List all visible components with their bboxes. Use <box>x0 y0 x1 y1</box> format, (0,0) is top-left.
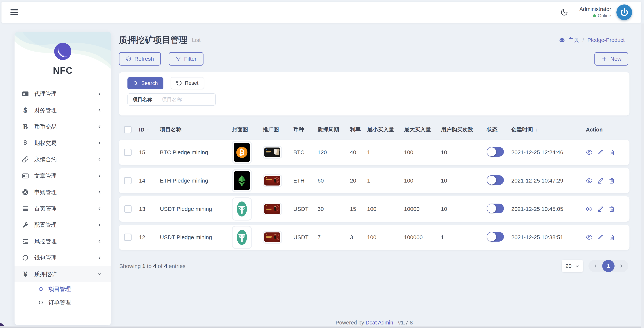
brand: NFC <box>14 43 111 76</box>
row-checkbox[interactable] <box>124 234 132 241</box>
column-header: 用户购买次数 <box>441 126 487 133</box>
horizontal-scrollbar[interactable] <box>0 326 641 328</box>
sidebar-menu: 代理管理$财务管理B币币交易期权交易永续合约文章管理申购管理首页管理配置管理风控… <box>14 86 111 309</box>
sidebar-subitem[interactable]: 项目管理 <box>14 282 111 296</box>
sidebar-item-indent[interactable]: 风控管理 <box>14 233 111 250</box>
sidebar-item-dollar[interactable]: $财务管理 <box>14 102 111 118</box>
cover-image[interactable] <box>232 197 252 221</box>
status-toggle[interactable] <box>487 175 504 185</box>
view-button[interactable] <box>586 206 592 212</box>
cell-id: 14 <box>139 178 160 184</box>
status-toggle[interactable] <box>487 204 504 213</box>
topbar: Administrator Online <box>2 2 641 23</box>
menu-toggle-button[interactable] <box>10 9 18 15</box>
promo-image[interactable] <box>263 203 282 215</box>
reset-button[interactable]: Reset <box>171 77 204 89</box>
chevron-left-icon <box>97 173 102 178</box>
view-button[interactable] <box>586 234 592 241</box>
search-button[interactable]: Search <box>128 77 164 89</box>
status-toggle[interactable] <box>487 147 504 157</box>
sidebar-item-bold-b[interactable]: B币币交易 <box>14 118 111 135</box>
chevron-left-icon <box>97 190 102 195</box>
delete-button[interactable] <box>608 206 615 212</box>
cell-max-buy: 100 <box>404 149 441 156</box>
toggle-knob <box>487 176 496 185</box>
column-header[interactable]: 创建时间↑ <box>511 126 586 133</box>
current-page[interactable]: 1 <box>602 260 614 272</box>
reset-icon <box>176 80 182 86</box>
bitcoin-icon <box>21 140 30 146</box>
delete-button[interactable] <box>608 149 615 156</box>
sidebar-item-newspaper[interactable]: 文章管理 <box>14 168 111 184</box>
cell-coin: USDT <box>293 234 318 241</box>
cell-created: 2021-12-25 10:47:29 <box>511 178 586 184</box>
table-header-row: ID↑项目名称封面图推广图币种质押周期利率最小买入量最大买入量用户购买次数状态创… <box>119 121 630 138</box>
vertical-scrollbar[interactable] <box>641 23 644 328</box>
promo-image[interactable] <box>263 174 282 187</box>
breadcrumb-home[interactable]: 主页 <box>568 36 579 44</box>
sidebar-item-life-ring[interactable]: 申购管理 <box>14 184 111 200</box>
page-size-select[interactable]: 20 <box>562 260 583 272</box>
prev-page-button[interactable] <box>592 263 598 269</box>
avatar[interactable] <box>616 4 632 20</box>
view-button[interactable] <box>586 177 592 184</box>
select-all-checkbox[interactable] <box>124 126 132 133</box>
row-checkbox[interactable] <box>124 149 132 156</box>
promo-image[interactable] <box>263 146 282 159</box>
link-icon <box>21 156 30 163</box>
column-header: 币种 <box>293 126 318 133</box>
cover-image[interactable] <box>232 169 252 192</box>
column-header: Action <box>586 127 624 133</box>
project-name-input[interactable] <box>157 94 216 105</box>
row-checkbox[interactable] <box>124 177 132 184</box>
sidebar-item-link[interactable]: 永续合约 <box>14 151 111 168</box>
sidebar-item-wrench[interactable]: 配置管理 <box>14 217 111 233</box>
sidebar-item-yen[interactable]: ¥质押挖矿 <box>14 266 111 282</box>
refresh-button[interactable]: Refresh <box>119 52 161 65</box>
delete-button[interactable] <box>608 234 615 241</box>
column-header: 封面图 <box>232 126 263 133</box>
edit-button[interactable] <box>598 149 604 156</box>
next-page-button[interactable] <box>619 263 624 269</box>
breadcrumb-current[interactable]: Pledge-Product <box>587 37 624 43</box>
cell-period: 7 <box>318 234 350 241</box>
refresh-icon <box>126 56 131 62</box>
page-subtitle: List <box>192 37 201 43</box>
online-dot <box>593 14 596 17</box>
project-name-field: 项目名称 <box>128 93 216 106</box>
status-toggle[interactable] <box>487 232 504 242</box>
edit-button[interactable] <box>598 206 604 212</box>
view-button[interactable] <box>586 149 592 156</box>
dark-mode-toggle-icon[interactable] <box>560 8 568 16</box>
new-button[interactable]: New <box>594 52 628 65</box>
cover-image[interactable] <box>232 141 252 164</box>
cell-name: USDT Pledge mining <box>160 206 232 212</box>
cover-image[interactable] <box>232 226 252 249</box>
dcat-admin-link[interactable]: Dcat Admin <box>366 320 393 326</box>
cell-created: 2021-12-25 10:45:05 <box>511 206 586 212</box>
delete-button[interactable] <box>608 178 615 184</box>
promo-image[interactable] <box>263 231 282 244</box>
user-info[interactable]: Administrator Online <box>579 6 611 18</box>
filter-button[interactable]: Filter <box>169 52 204 65</box>
sidebar-item-label: 质押挖矿 <box>34 271 57 278</box>
sidebar-item-label: 风控管理 <box>34 238 57 245</box>
table-row: 14ETH Pledge miningETH60201100102021-12-… <box>119 168 630 193</box>
column-header[interactable]: ID↑ <box>139 127 160 133</box>
user-name: Administrator <box>579 6 611 12</box>
chevron-left-icon <box>97 124 102 129</box>
edit-button[interactable] <box>598 234 604 241</box>
sidebar-subitem[interactable]: 订单管理 <box>14 296 111 309</box>
sidebar-item-circle[interactable]: 钱包管理 <box>14 250 111 266</box>
cell-min-buy: 100 <box>367 206 404 212</box>
sidebar-item-label: 币币交易 <box>34 123 57 131</box>
edit-button[interactable] <box>598 178 604 184</box>
sidebar-item-id-card[interactable]: 代理管理 <box>14 86 111 102</box>
toggle-knob <box>487 147 496 156</box>
cell-coin: USDT <box>293 206 318 212</box>
sidebar-item-bitcoin[interactable]: 期权交易 <box>14 135 111 151</box>
sidebar-subitem-label: 项目管理 <box>48 285 71 293</box>
row-checkbox[interactable] <box>124 205 132 213</box>
sidebar-item-list[interactable]: 首页管理 <box>14 200 111 217</box>
app: Administrator Online NFC <box>0 0 644 328</box>
